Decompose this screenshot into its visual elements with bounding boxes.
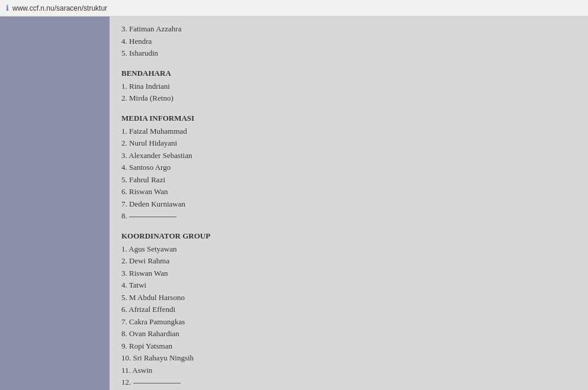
blank-number-12: 12. [121,378,131,386]
section-koordinator: KOORDINATOR GROUP 1. Agus Setyawan 2. De… [121,231,576,388]
list-item: 5. Isharudin [121,47,576,59]
list-item: 4. Hendra [121,36,576,47]
list-item: 5. M Abdul Harsono [121,292,576,304]
list-item: 2. Dewi Rahma [121,255,576,267]
list-item: 7. Cakra Pamungkas [121,316,576,328]
list-item: 1. Rina Indriani [121,80,576,92]
list-item-blank-8: 8. [121,210,576,222]
browser-bar: ℹ www.ccf.n.nu/saracen/struktur [0,0,588,17]
section-bendahara: BENDAHARA 1. Rina Indriani 2. Mirda (Ret… [121,69,576,104]
section-media-informasi: MEDIA INFORMASI 1. Faizal Muhammad 2. Nu… [121,114,576,222]
list-item: 7. Deden Kurniawan [121,198,576,210]
content-area: 3. Fatiman Azzahra 4. Hendra 5. Isharudi… [110,17,588,390]
list-item: 6. Riswan Wan [121,186,576,198]
list-item: 3. Fatiman Azzahra [121,23,576,35]
initial-list: 3. Fatiman Azzahra 4. Hendra 5. Isharudi… [121,23,576,59]
list-item: 5. Fahrul Razi [121,174,576,186]
blank-line-12 [133,383,181,383]
list-item: 1. Faizal Muhammad [121,125,576,137]
list-item: 2. Nurul Hidayani [121,137,576,149]
list-item: 8. Ovan Rahardian [121,328,576,340]
list-item-alexander: 3. Alexander Sebastian [121,150,576,162]
list-item: 4. Santoso Argo [121,162,576,173]
list-item: 10. Sri Rahayu Ningsih [121,352,576,364]
blank-number: 8. [121,211,127,220]
list-item-blank-12: 12. [121,376,576,388]
blank-line [129,217,176,217]
section-title-koordinator: KOORDINATOR GROUP [121,231,576,241]
list-item: 2. Mirda (Retno) [121,92,576,104]
sidebar [0,17,110,390]
list-item: 1. Agus Setyawan [121,243,576,255]
url-bar: www.ccf.n.nu/saracen/struktur [12,4,107,12]
list-item: 9. Ropi Yatsman [121,340,576,352]
list-item: 4. Tatwi [121,279,576,291]
section-title-media: MEDIA INFORMASI [121,114,576,123]
info-icon: ℹ [6,4,9,13]
list-item: 6. Afrizal Effendi [121,304,576,315]
section-title-bendahara: BENDAHARA [121,69,576,78]
list-item: 3. Riswan Wan [121,267,576,279]
list-item: 11. Aswin [121,365,576,376]
